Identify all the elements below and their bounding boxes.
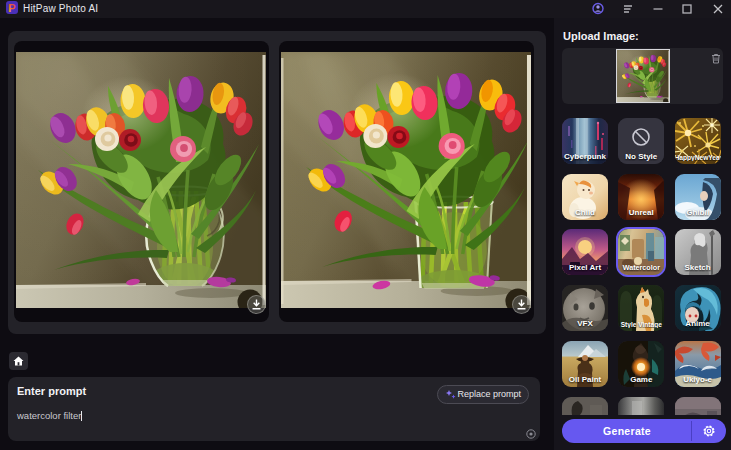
svg-text:P: P	[8, 2, 15, 14]
